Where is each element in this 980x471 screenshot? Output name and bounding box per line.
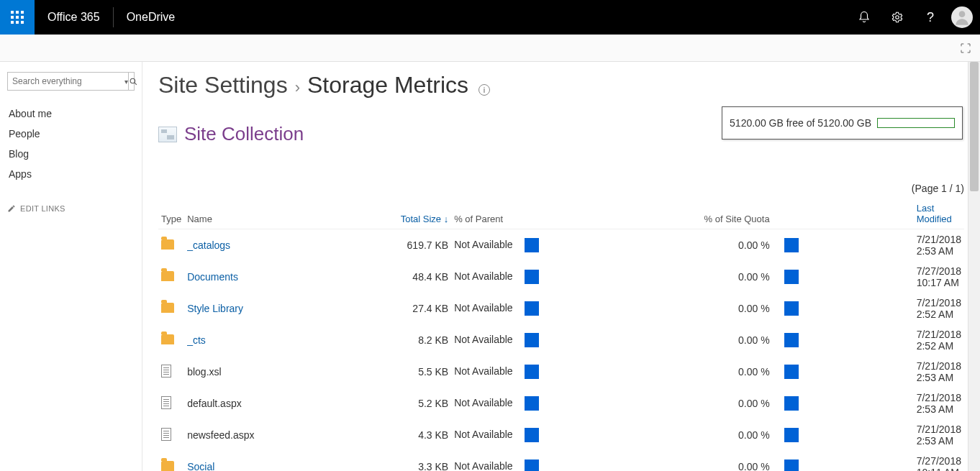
- site-collection-link[interactable]: Site Collection: [184, 123, 304, 145]
- left-sidebar: ▾ About mePeopleBlogApps EDIT LINKS: [0, 62, 142, 471]
- item-pct-parent: Not Available: [451, 324, 640, 356]
- item-pct-parent: Not Available: [451, 261, 640, 293]
- item-pct-quota: 0.00 %: [640, 324, 772, 356]
- col-type[interactable]: Type: [158, 198, 184, 229]
- item-name: default.aspx: [187, 398, 242, 409]
- item-pct-quota: 0.00 %: [640, 261, 772, 293]
- focus-content-icon[interactable]: [957, 40, 974, 57]
- item-size: 3.3 KB: [381, 451, 451, 471]
- folder-icon: [161, 271, 174, 281]
- pct-quota-bar: [784, 238, 799, 252]
- item-modified: 7/21/2018 2:53 AM: [802, 356, 964, 388]
- item-pct-parent: Not Available: [451, 356, 640, 388]
- pct-quota-bar: [784, 333, 799, 347]
- quota-summary: 5120.00 GB free of 5120.00 GB: [722, 106, 963, 140]
- search-box: ▾: [7, 72, 135, 91]
- pct-parent-bar: [525, 270, 539, 284]
- pct-parent-bar: [525, 333, 539, 347]
- item-modified: 7/21/2018 2:53 AM: [802, 419, 964, 451]
- folder-icon: [161, 239, 174, 250]
- main-content: Site Settings › Storage Metrics i 5120.0…: [142, 62, 980, 471]
- page-title: Storage Metrics: [307, 72, 468, 99]
- app-launcher[interactable]: [0, 0, 35, 35]
- item-pct-quota: 0.00 %: [640, 451, 772, 471]
- item-pct-parent: Not Available: [451, 419, 640, 451]
- col-name[interactable]: Name: [184, 198, 381, 229]
- item-modified: 7/21/2018 2:53 AM: [802, 388, 964, 419]
- item-modified: 7/21/2018 2:53 AM: [802, 229, 964, 262]
- info-icon[interactable]: i: [478, 84, 490, 96]
- pct-quota-bar: [784, 301, 799, 316]
- item-name: newsfeed.aspx: [187, 429, 254, 441]
- item-name: blog.xsl: [187, 366, 221, 378]
- edit-links[interactable]: EDIT LINKS: [7, 204, 135, 213]
- pct-parent-bar: [525, 238, 539, 252]
- table-row: Social3.3 KBNot Available 0.00 %7/27/201…: [158, 451, 964, 471]
- suite-bar: Office 365 OneDrive ?: [0, 0, 980, 35]
- item-name[interactable]: Style Library: [187, 303, 243, 314]
- col-pct-parent[interactable]: % of Parent: [451, 198, 640, 229]
- col-last-modified[interactable]: Last Modified: [802, 198, 964, 229]
- item-pct-quota: 0.00 %: [640, 229, 772, 262]
- suite-brand[interactable]: Office 365: [35, 7, 114, 27]
- table-row: newsfeed.aspx4.3 KBNot Available 0.00 %7…: [158, 419, 964, 451]
- search-icon: [129, 77, 138, 86]
- svg-point-0: [896, 16, 899, 19]
- item-name[interactable]: _cts: [187, 334, 206, 346]
- file-icon: [161, 428, 171, 441]
- pct-parent-bar: [525, 459, 539, 471]
- item-pct-quota: 0.00 %: [640, 356, 772, 388]
- pct-quota-bar: [784, 396, 799, 411]
- site-collection-icon: [158, 127, 177, 142]
- sub-bar: [0, 35, 980, 62]
- settings-icon[interactable]: [881, 0, 914, 35]
- quota-bar: [877, 118, 955, 128]
- table-row: Style Library27.4 KBNot Available 0.00 %…: [158, 293, 964, 324]
- item-size: 5.5 KB: [381, 356, 451, 388]
- search-button[interactable]: [128, 73, 138, 90]
- file-icon: [161, 365, 171, 378]
- pct-quota-bar: [784, 459, 799, 471]
- item-modified: 7/27/2018 10:11 AM: [802, 451, 964, 471]
- item-pct-parent: Not Available: [451, 451, 640, 471]
- vertical-scrollbar[interactable]: [968, 62, 980, 471]
- notifications-icon[interactable]: [848, 0, 881, 35]
- item-pct-quota: 0.00 %: [640, 293, 772, 324]
- table-row: blog.xsl5.5 KBNot Available 0.00 %7/21/2…: [158, 356, 964, 388]
- col-pct-quota[interactable]: % of Site Quota: [640, 198, 772, 229]
- pct-quota-bar: [784, 270, 799, 284]
- item-name[interactable]: Social: [187, 461, 214, 471]
- help-icon[interactable]: ?: [914, 0, 947, 35]
- page-indicator: (Page 1 / 1): [158, 183, 964, 194]
- sidebar-link-blog[interactable]: Blog: [7, 144, 135, 164]
- item-pct-parent: Not Available: [451, 293, 640, 324]
- quota-text: 5120.00 GB free of 5120.00 GB: [730, 117, 871, 129]
- item-name[interactable]: _catalogs: [187, 239, 230, 251]
- item-size: 8.2 KB: [381, 324, 451, 356]
- item-pct-parent: Not Available: [451, 229, 640, 262]
- sidebar-link-apps[interactable]: Apps: [7, 164, 135, 184]
- chevron-right-icon: ›: [295, 78, 300, 97]
- sidebar-link-about-me[interactable]: About me: [7, 104, 135, 124]
- sidebar-link-people[interactable]: People: [7, 124, 135, 144]
- app-name[interactable]: OneDrive: [114, 11, 189, 24]
- pct-quota-bar: [784, 428, 799, 442]
- item-size: 619.7 KB: [381, 229, 451, 262]
- user-avatar[interactable]: [951, 6, 973, 28]
- table-row: default.aspx5.2 KBNot Available 0.00 %7/…: [158, 388, 964, 419]
- pct-parent-bar: [525, 301, 539, 316]
- search-input[interactable]: [8, 76, 124, 86]
- breadcrumb-root[interactable]: Site Settings: [158, 72, 288, 99]
- table-row: Documents48.4 KBNot Available 0.00 %7/27…: [158, 261, 964, 293]
- scrollbar-thumb[interactable]: [970, 62, 979, 191]
- pct-parent-bar: [525, 428, 539, 442]
- breadcrumb: Site Settings › Storage Metrics i: [158, 72, 964, 99]
- item-pct-quota: 0.00 %: [640, 388, 772, 419]
- col-total-size[interactable]: Total Size ↓: [381, 198, 451, 229]
- item-size: 27.4 KB: [381, 293, 451, 324]
- item-size: 48.4 KB: [381, 261, 451, 293]
- pencil-icon: [7, 204, 16, 213]
- item-modified: 7/21/2018 2:52 AM: [802, 293, 964, 324]
- item-pct-quota: 0.00 %: [640, 419, 772, 451]
- item-name[interactable]: Documents: [187, 271, 238, 283]
